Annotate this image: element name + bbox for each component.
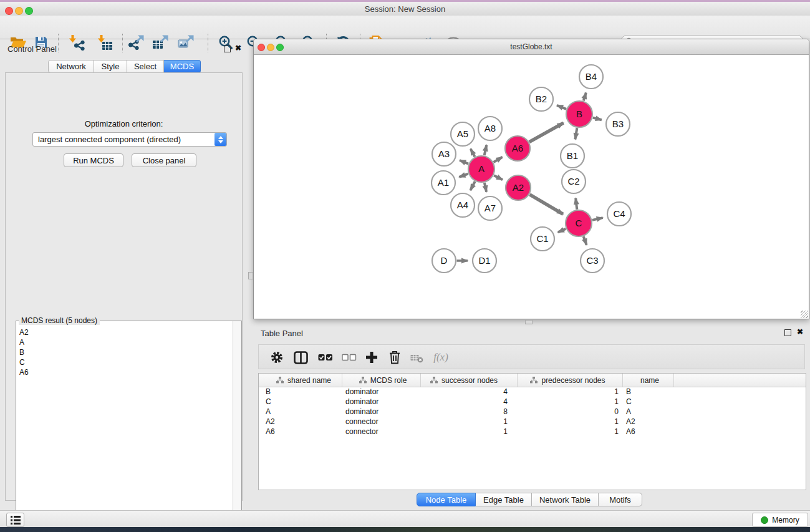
node-A8[interactable]: A8	[478, 117, 502, 140]
edge-A-A4[interactable]	[470, 181, 475, 190]
node-C3[interactable]: C3	[581, 249, 604, 273]
select-stepper-icon[interactable]	[215, 133, 226, 146]
float-table-panel-icon[interactable]	[784, 329, 791, 336]
node-B1[interactable]: B1	[561, 144, 584, 168]
table-cell[interactable]: 1	[421, 427, 518, 437]
vertical-splitter-handle[interactable]	[248, 272, 253, 279]
table-cell[interactable]: A	[259, 407, 342, 417]
horizontal-splitter-handle[interactable]	[525, 320, 533, 324]
tab-motifs[interactable]: Motifs	[599, 493, 642, 506]
node-B4[interactable]: B4	[579, 65, 603, 89]
close-panel-button[interactable]: Close panel	[132, 153, 196, 167]
tab-style[interactable]: Style	[94, 60, 127, 73]
table-row[interactable]: Adominator80A	[259, 407, 806, 417]
edge-A-A2[interactable]	[494, 175, 503, 180]
table-cell[interactable]: B	[623, 387, 674, 397]
edge-A2-C[interactable]	[530, 195, 564, 214]
table-cell[interactable]: dominator	[342, 407, 421, 417]
edge-A-A3[interactable]	[460, 160, 468, 164]
node-A[interactable]: A	[468, 156, 494, 182]
network-canvas[interactable]: B4B2BB3A8A5A6A3B1AC2A1A2A4A7C4CC1C3DD1	[254, 55, 809, 319]
table-row[interactable]: Bdominator41B	[259, 387, 806, 397]
table-cell[interactable]: 1	[518, 397, 623, 407]
delete-table-button[interactable]	[408, 349, 426, 366]
show-column-button[interactable]	[292, 349, 309, 366]
node-A2[interactable]: A2	[506, 175, 531, 200]
table-row[interactable]: A2connector11A2	[259, 417, 806, 427]
table-cell[interactable]: connector	[342, 427, 421, 437]
network-graph[interactable]: B4B2BB3A8A5A6A3B1AC2A1A2A4A7C4CC1C3DD1	[254, 55, 809, 319]
table-cell[interactable]: dominator	[342, 397, 421, 407]
edge-B-B2[interactable]	[557, 105, 566, 109]
create-column-button[interactable]	[363, 349, 380, 366]
deselect-all-columns-button[interactable]	[340, 349, 358, 366]
node-A5[interactable]: A5	[451, 122, 475, 146]
edge-A-A5[interactable]	[471, 149, 475, 157]
table-cell[interactable]: A6	[259, 427, 342, 437]
table-cell[interactable]: A2	[259, 417, 342, 427]
table-cell[interactable]: C	[259, 397, 342, 407]
table-cell[interactable]: A	[623, 407, 674, 417]
edge-A-A1[interactable]	[459, 174, 468, 177]
tab-node-table[interactable]: Node Table	[417, 493, 476, 506]
result-list-item[interactable]: C	[19, 357, 233, 367]
tab-mcds[interactable]: MCDS	[164, 60, 201, 73]
table-cell[interactable]: A2	[623, 417, 674, 427]
tab-edge-table[interactable]: Edge Table	[476, 493, 532, 506]
node-A4[interactable]: A4	[451, 193, 475, 217]
table-cell[interactable]: 1	[518, 427, 623, 437]
result-list-item[interactable]: A6	[19, 367, 233, 377]
edge-C-C3[interactable]	[584, 236, 587, 245]
node-A7[interactable]: A7	[478, 196, 502, 220]
select-all-columns-button[interactable]	[317, 349, 334, 366]
edge-A-A8[interactable]	[485, 145, 487, 155]
edge-C-C4[interactable]	[592, 218, 603, 220]
node-B3[interactable]: B3	[606, 112, 630, 136]
node-A3[interactable]: A3	[432, 142, 456, 166]
table-cell[interactable]: 1	[518, 417, 623, 427]
table-row[interactable]: Cdominator41C	[259, 397, 806, 407]
table-cell[interactable]: 4	[421, 397, 518, 407]
node-C4[interactable]: C4	[607, 202, 631, 226]
table-cell[interactable]: 1	[518, 387, 623, 397]
task-history-button[interactable]	[6, 513, 24, 527]
column-header-shared-name[interactable]: shared name	[259, 374, 342, 387]
edge-B-B4[interactable]	[584, 93, 586, 101]
column-header-successor-nodes[interactable]: successor nodes	[421, 374, 518, 387]
table-cell[interactable]: C	[623, 397, 674, 407]
network-window-titlebar[interactable]: testGlobe.txt	[254, 39, 809, 55]
edge-A-A7[interactable]	[485, 183, 486, 192]
table-row[interactable]: A6connector11A6	[259, 427, 806, 437]
table-cell[interactable]: 8	[421, 407, 518, 417]
run-mcds-button[interactable]: Run MCDS	[64, 153, 123, 167]
criterion-select[interactable]: largest connected component (directed)	[32, 132, 227, 147]
node-C2[interactable]: C2	[562, 170, 586, 193]
node-A1[interactable]: A1	[432, 171, 455, 195]
node-B[interactable]: B	[566, 101, 592, 127]
column-header-MCDS-role[interactable]: MCDS role	[342, 374, 421, 387]
table-cell[interactable]: connector	[342, 417, 421, 427]
table-cell[interactable]: A6	[623, 427, 674, 437]
table-cell[interactable]: B	[259, 387, 342, 397]
column-header-predecessor-nodes[interactable]: predecessor nodes	[518, 374, 623, 387]
table-cell[interactable]: 1	[421, 417, 518, 427]
table-options-button[interactable]	[268, 349, 286, 366]
node-C1[interactable]: C1	[531, 227, 554, 251]
edge-B-B3[interactable]	[593, 118, 602, 120]
result-list-item[interactable]: A	[19, 337, 233, 347]
node-C[interactable]: C	[566, 210, 592, 236]
mcds-result-list[interactable]: A2ABCA6	[16, 324, 233, 530]
node-A6[interactable]: A6	[505, 136, 530, 161]
tab-network[interactable]: Network	[48, 60, 94, 73]
result-list-item[interactable]: B	[19, 347, 233, 357]
function-builder-button[interactable]: f(x)	[432, 349, 450, 366]
memory-button[interactable]: Memory	[752, 513, 808, 527]
node-D1[interactable]: D1	[473, 249, 496, 273]
edge-C-C2[interactable]	[576, 198, 577, 210]
table-cell[interactable]: 4	[421, 387, 518, 397]
column-header-name[interactable]: name	[623, 374, 674, 387]
table-cell[interactable]: dominator	[342, 387, 421, 397]
tab-network-table[interactable]: Network Table	[532, 493, 599, 506]
result-list-item[interactable]: A2	[19, 327, 233, 337]
edge-A-A6[interactable]	[494, 157, 503, 162]
